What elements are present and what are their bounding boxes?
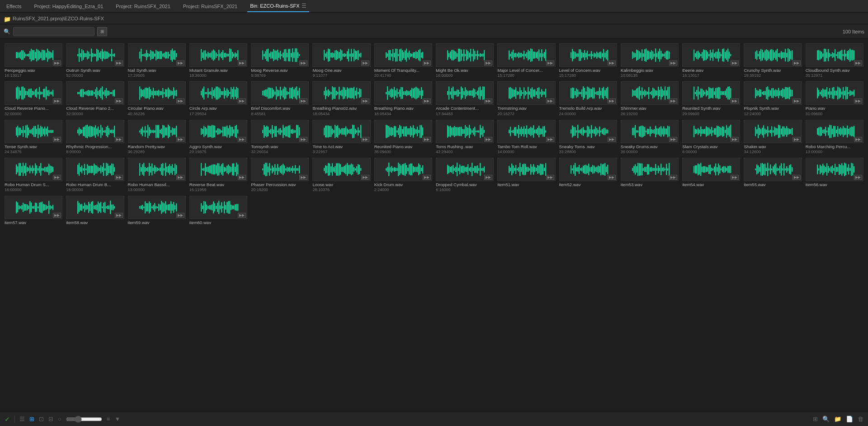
tab-bin-ezco[interactable]: Bin: EZCO-Ruins-SFX ☰ [247, 0, 309, 12]
search-filter-button[interactable]: ⊞ [97, 27, 107, 36]
list-item[interactable]: ▶▶Cloudbound Synth.wav35:12971 [805, 42, 864, 79]
svg-rect-807 [47, 126, 48, 136]
clip-badge: ▶▶ [854, 61, 862, 66]
list-item[interactable]: ▶▶Robo Human Drum B...16:00000 [65, 157, 125, 193]
zoom-slider[interactable] [66, 416, 102, 423]
svg-rect-172 [391, 53, 392, 56]
list-item[interactable]: ▶▶Random Pretty.wav36:29289 [127, 119, 187, 155]
list-item[interactable]: ▶▶Dropped Cymbal.wav6:16000 [435, 157, 495, 193]
list-item[interactable]: ▶▶item56.wav [805, 157, 864, 193]
list-item[interactable]: ▶▶Percpeggio.wav16:13017 [4, 42, 63, 79]
list-item[interactable]: ▶▶Sneaky Drums.wav36:00000 [620, 119, 679, 155]
clip-name: Time to Act.wav [312, 144, 370, 150]
list-item[interactable]: ▶▶item55.wav [743, 157, 802, 193]
svg-rect-325 [717, 51, 717, 58]
list-item[interactable]: ▶▶Shaker.wav34:12600 [743, 119, 802, 155]
list-item[interactable]: ▶▶Robo Marching Percu...13:00000 [805, 119, 864, 155]
list-item[interactable]: ▶▶Toms Rushing .wav42:29400 [435, 119, 495, 155]
tab-project1[interactable]: Project: HappyEditing_Ezra_01 [31, 0, 106, 12]
tab-project2[interactable]: Project: RuinsSFX_2021 [113, 0, 173, 12]
list-item[interactable]: ▶▶Reverse Beat.wav16:11959 [189, 157, 248, 193]
list-item[interactable]: ▶▶Plopnik Synth.wav12:24000 [743, 80, 802, 117]
search-input[interactable] [13, 27, 94, 36]
checkmark-icon[interactable]: ✓ [5, 416, 10, 423]
list-item[interactable]: ▶▶item52.wav [558, 157, 618, 193]
list-item[interactable]: ▶▶Outrun Synth.wav52:00000 [65, 42, 125, 79]
svg-rect-690 [656, 91, 657, 96]
list-icon[interactable]: ☰ [19, 416, 25, 422]
list-item[interactable]: ▶▶Tambo Tom Roll.wav14:00000 [496, 119, 556, 155]
list-item[interactable]: ▶▶Piano.wav31:09600 [805, 80, 864, 117]
list-item[interactable]: ▶▶Robo Human Drum S...16:00000 [4, 157, 63, 193]
svg-rect-206 [461, 50, 462, 61]
list-item[interactable]: ▶▶item54.wav [681, 157, 741, 193]
svg-rect-467 [165, 89, 166, 97]
list-item[interactable]: ▶▶Breathing Piano02.wav18:05434 [311, 80, 371, 117]
new-bin-icon[interactable]: 📁 [834, 416, 841, 422]
grid-icon[interactable]: ⊞ [29, 416, 34, 422]
sort-toggle[interactable]: ▼ [114, 416, 120, 422]
list-item[interactable]: ▶▶Cloud Reverse Piano 2...32:00000 [65, 80, 125, 117]
list-item[interactable]: ▶▶Brief Discomfort.wav8:45581 [250, 80, 310, 117]
list-item[interactable]: ▶▶Robo Human Bassd...13:00000 [127, 157, 187, 193]
list-item[interactable]: ▶▶Moog One.wav9:11077 [311, 42, 371, 79]
list-item[interactable]: ▶▶Arcade Contentment...17:34483 [435, 80, 495, 117]
tab-effects[interactable]: Effects [4, 0, 24, 12]
sort-icon[interactable]: ≡ [107, 416, 110, 422]
metadata-icon[interactable]: ⊟ [48, 416, 53, 422]
list-item[interactable]: ▶▶Loose.wav28:10376 [311, 157, 371, 193]
list-item[interactable]: ▶▶Shimmer.wav26:19200 [620, 80, 679, 117]
list-item[interactable]: ▶▶Rhythmic Progression...8:00000 [65, 119, 125, 155]
svg-rect-1356 [402, 164, 403, 175]
svg-rect-732 [761, 89, 762, 97]
svg-rect-431 [92, 91, 93, 96]
list-item[interactable]: ▶▶Aggro Synth.wav29:19875 [189, 119, 248, 155]
list-item[interactable]: ▶▶Tremolo Build Arp.wav24:00000 [558, 80, 618, 117]
list-item[interactable]: ▶▶item59.wav [127, 195, 187, 226]
svg-rect-333 [727, 48, 728, 61]
delete-icon[interactable]: 🗑 [858, 416, 863, 422]
list-item[interactable]: ▶▶Circle Arp.wav17:29504 [189, 80, 248, 117]
list-item[interactable]: ▶▶Breathing Piano.wav18:05434 [373, 80, 433, 117]
list-item[interactable]: ▶▶Tomsynth.wav32:26034 [250, 119, 310, 155]
svg-rect-221 [481, 54, 482, 56]
list-item[interactable]: ▶▶Eeerie.wav16:13017 [681, 42, 741, 79]
svg-rect-64 [150, 50, 151, 60]
list-item[interactable]: ▶▶Kalimbeggio.wav10:08135 [620, 42, 679, 79]
list-item[interactable]: ▶▶Might Be Ok.wav16:00000 [435, 42, 495, 79]
list-item[interactable]: ▶▶Reunited Synth.wav29:09600 [681, 80, 741, 117]
list-item[interactable]: ▶▶Mutant Granule.wav18:36000 [189, 42, 248, 79]
list-item[interactable]: ▶▶item57.wav [4, 195, 63, 226]
list-item[interactable]: ▶▶Level of Concern.wav15:17280 [558, 42, 618, 79]
svg-rect-987 [457, 127, 458, 136]
list-item[interactable]: ▶▶Crunchy Synth.wav19:39192 [743, 42, 802, 79]
zoom-in-icon[interactable]: 🔍 [822, 416, 830, 422]
list-item[interactable]: ▶▶Major Level of Concer...15:17280 [496, 42, 556, 79]
tab-project3[interactable]: Project: RuinsSFX_2021 [180, 0, 240, 12]
list-item[interactable]: ▶▶Tense Synth.wav24:34875 [4, 119, 63, 155]
list-item[interactable]: ▶▶Moment Of Tranquility...20:41740 [373, 42, 433, 79]
list-item[interactable]: ▶▶Reunited Piano.wav35:09600 [373, 119, 433, 155]
list-item[interactable]: ▶▶Phaser Percussion.wav20:19200 [250, 157, 310, 193]
svg-rect-1235 [143, 163, 144, 176]
tab-menu-icon[interactable]: ☰ [302, 3, 307, 9]
clip-badge: ▶▶ [176, 98, 184, 103]
list-item[interactable]: ▶▶item51.wav [496, 157, 556, 193]
list-item[interactable]: ▶▶Slam Crystals.wav6:00000 [681, 119, 741, 155]
list-item[interactable]: ▶▶Kick Drum.wav2:24000 [373, 157, 433, 193]
list-item[interactable]: ▶▶Tremstring.wav20:16272 [496, 80, 556, 117]
list-item[interactable]: ▶▶Circular Piano.wav40:36226 [127, 80, 187, 117]
list-item[interactable]: ▶▶Cloud Reverse Piano...32:00000 [4, 80, 63, 117]
list-item[interactable]: ▶▶Sneaky Toms .wav33:28800 [558, 119, 618, 155]
thumbnail-icon[interactable]: ⊞ [813, 416, 818, 422]
list-item[interactable]: ▶▶Moog Reverse.wav9:38769 [250, 42, 310, 79]
new-item-icon[interactable]: 📄 [846, 416, 853, 422]
svg-rect-223 [484, 50, 485, 60]
list-item[interactable]: ▶▶item53.wav [620, 157, 679, 193]
list-item[interactable]: ▶▶item58.wav [65, 195, 125, 226]
svg-rect-1038 [573, 126, 574, 136]
list-item[interactable]: ▶▶item60.wav [189, 195, 248, 226]
list-item[interactable]: ▶▶Time to Act.wav3:22957 [311, 119, 371, 155]
list-item[interactable]: ▶▶Nail Synth.wav17:29505 [127, 42, 187, 79]
freeform-icon[interactable]: ⊡ [39, 416, 44, 422]
